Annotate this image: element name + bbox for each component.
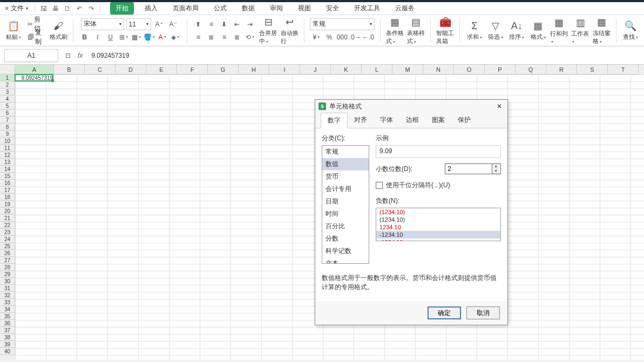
ribbon-tab-9[interactable]: 云服务 xyxy=(391,2,419,15)
underline-button[interactable]: U xyxy=(105,31,117,43)
format-painter-button[interactable]: 🖌 格式刷 xyxy=(50,17,67,44)
row-header-16[interactable]: 16 xyxy=(0,180,15,187)
comma-button[interactable]: 000 xyxy=(336,31,348,43)
worksheet-button[interactable]: ▥工作表 xyxy=(571,17,589,44)
text-effects-button[interactable]: ◈ xyxy=(170,31,181,43)
category-item-5[interactable]: 时间 xyxy=(322,208,369,220)
select-all-button[interactable] xyxy=(0,65,15,74)
category-list[interactable]: 常规数值货币会计专用日期时间百分比分数科学记数文本特殊自定义 xyxy=(322,145,369,264)
col-header-Q[interactable]: Q xyxy=(516,65,546,74)
align-center-button[interactable]: ≣ xyxy=(205,31,217,43)
cell-a1[interactable]: 9.092457319 xyxy=(15,74,54,81)
row-header-7[interactable]: 7 xyxy=(0,117,15,124)
decimal-input[interactable] xyxy=(445,165,492,173)
row-col-button[interactable]: ▦行和列 xyxy=(550,17,568,44)
row-header-3[interactable]: 3 xyxy=(0,88,15,95)
row-header-6[interactable]: 6 xyxy=(0,110,15,117)
paste-button[interactable]: 📋 粘贴 xyxy=(4,17,22,44)
row-header-28[interactable]: 28 xyxy=(0,264,15,271)
align-top-button[interactable]: ⬆ xyxy=(192,18,204,30)
col-header-P[interactable]: P xyxy=(485,65,516,74)
align-middle-button[interactable]: ≡ xyxy=(205,18,217,30)
row-header-15[interactable]: 15 xyxy=(0,173,15,180)
align-left-button[interactable]: ≡ xyxy=(192,31,204,43)
row-header-11[interactable]: 11 xyxy=(0,145,15,152)
col-header-C[interactable]: C xyxy=(85,65,116,74)
row-header-21[interactable]: 21 xyxy=(0,215,15,222)
decrease-font-button[interactable]: A⁻ xyxy=(167,18,179,30)
qat-print-icon[interactable]: 🖶 xyxy=(50,3,61,14)
ribbon-tab-2[interactable]: 页面布局 xyxy=(168,2,203,15)
dialog-tab-0[interactable]: 数字 xyxy=(321,113,348,128)
row-header-30[interactable]: 30 xyxy=(0,278,15,285)
filter-button[interactable]: ▽筛选 xyxy=(486,17,504,44)
row-header-8[interactable]: 8 xyxy=(0,124,15,131)
decrease-indent-button[interactable]: ⇤ xyxy=(231,18,243,30)
category-item-6[interactable]: 百分比 xyxy=(322,220,369,233)
col-header-N[interactable]: N xyxy=(423,65,454,74)
conditional-format-button[interactable]: ▦条件格式 xyxy=(386,17,404,44)
wrap-text-button[interactable]: ↩ 自动换行 xyxy=(281,17,299,44)
category-item-8[interactable]: 科学记数 xyxy=(322,245,369,257)
increase-indent-button[interactable]: ⇥ xyxy=(244,18,256,30)
col-header-L[interactable]: L xyxy=(362,65,392,74)
font-size-select[interactable]: 11▾ xyxy=(126,18,151,30)
table-style-button[interactable]: ▤表格样式 xyxy=(407,17,425,44)
spinner-up-button[interactable]: ▴ xyxy=(492,164,499,169)
ribbon-tab-1[interactable]: 插入 xyxy=(140,2,162,15)
row-header-38[interactable]: 38 xyxy=(0,334,15,341)
col-header-B[interactable]: B xyxy=(54,65,85,74)
row-header-40[interactable]: 40 xyxy=(0,348,15,355)
row-header-29[interactable]: 29 xyxy=(0,271,15,278)
category-item-0[interactable]: 常规 xyxy=(322,146,369,158)
row-header-24[interactable]: 24 xyxy=(0,236,15,243)
dialog-tab-2[interactable]: 字体 xyxy=(374,113,399,128)
file-menu[interactable]: ≡ 文件 ▾ xyxy=(2,3,31,14)
row-header-26[interactable]: 26 xyxy=(0,250,15,257)
thousands-checkbox[interactable] xyxy=(376,182,383,189)
col-header-M[interactable]: M xyxy=(392,65,423,74)
row-header-27[interactable]: 27 xyxy=(0,257,15,264)
align-justify-button[interactable]: ≣ xyxy=(231,31,243,43)
col-header-H[interactable]: H xyxy=(239,65,269,74)
col-header-S[interactable]: S xyxy=(577,65,608,74)
format-button[interactable]: ▦格式 xyxy=(529,17,547,44)
ribbon-tab-5[interactable]: 审阅 xyxy=(266,2,287,15)
category-item-7[interactable]: 分数 xyxy=(322,233,369,245)
col-header-R[interactable]: R xyxy=(546,65,577,74)
col-header-A[interactable]: A xyxy=(15,65,54,74)
decrease-decimal-button[interactable]: ←.0 xyxy=(362,31,374,43)
fx-label[interactable]: fx xyxy=(78,52,83,59)
dialog-tab-3[interactable]: 边框 xyxy=(399,113,425,128)
row-header-18[interactable]: 18 xyxy=(0,194,15,201)
decimal-spinner[interactable]: ▴ ▾ xyxy=(445,163,501,174)
dialog-tab-4[interactable]: 图案 xyxy=(425,113,451,128)
dialog-tab-1[interactable]: 对齐 xyxy=(348,113,374,128)
dialog-tab-5[interactable]: 保护 xyxy=(451,113,477,128)
ok-button[interactable]: 确定 xyxy=(428,306,461,319)
currency-button[interactable]: ¥ xyxy=(310,31,322,43)
ribbon-tab-0[interactable]: 开始 xyxy=(110,2,134,15)
number-format-select[interactable]: 常规▾ xyxy=(310,18,375,30)
col-header-T[interactable]: T xyxy=(608,65,639,74)
copy-button[interactable]: 🗐复制 xyxy=(25,31,46,43)
negative-option-3[interactable]: -1234.10 xyxy=(376,231,500,238)
row-header-4[interactable]: 4 xyxy=(0,95,15,103)
col-header-I[interactable]: I xyxy=(269,65,300,74)
row-header-22[interactable]: 22 xyxy=(0,222,15,229)
row-header-14[interactable]: 14 xyxy=(0,166,15,173)
cancel-button[interactable]: 取消 xyxy=(466,306,500,319)
row-header-12[interactable]: 12 xyxy=(0,152,15,159)
row-header-9[interactable]: 9 xyxy=(0,131,15,138)
row-header-2[interactable]: 2 xyxy=(0,81,15,88)
ribbon-tab-3[interactable]: 公式 xyxy=(209,2,231,15)
qat-preview-icon[interactable]: 🗋 xyxy=(62,3,73,14)
dialog-close-button[interactable]: ✕ xyxy=(494,101,504,111)
col-header-J[interactable]: J xyxy=(300,65,331,74)
ribbon-tab-6[interactable]: 视图 xyxy=(294,2,315,15)
category-item-9[interactable]: 文本 xyxy=(322,257,369,264)
qat-redo-icon[interactable]: ↷ xyxy=(86,3,97,14)
spinner-down-button[interactable]: ▾ xyxy=(492,169,499,174)
sort-button[interactable]: A↓排序 xyxy=(508,17,526,44)
category-item-1[interactable]: 数值 xyxy=(322,158,369,170)
